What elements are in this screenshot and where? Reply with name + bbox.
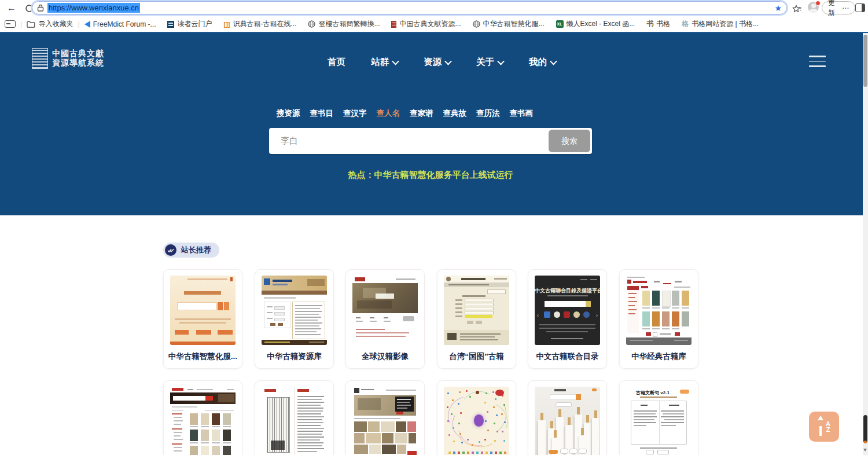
site-logo[interactable]: 中國古典文獻 資源導航系統 [32,48,104,69]
card-union-catalog[interactable]: 中文古籍聯合目錄及循證平台 ‹ › 中文古籍联合目录 [528,269,607,369]
tab-souziyuan[interactable]: 搜资源 [277,108,300,119]
chevron-down-icon [550,58,557,65]
bookmark-freemdict[interactable]: FreeMdict Forum -... [84,20,156,28]
graph-red-node [495,390,504,396]
globe-icon [473,20,480,28]
graph-center-node [474,414,484,427]
logo-line1: 中國古典文獻 [52,49,104,58]
card-title[interactable]: 台湾“国图”古籍 [440,351,513,362]
hero-section: 中國古典文獻 資源導航系統 首页 站群 资源 关于 我的 搜资源 查书目 查汉字… [0,33,863,215]
tab-chalifa[interactable]: 查历法 [476,108,500,119]
tab-chadiangu[interactable]: 查典故 [443,108,467,119]
sort-floating-button[interactable]: AZ [809,412,839,442]
card-scanned-text[interactable] [255,380,334,455]
bookmark-label: 书格 [656,19,670,29]
card-taiwan-guotu[interactable]: 台湾“国图”古籍 [437,269,516,369]
browser-update-button[interactable]: 更新 ⋯ [822,1,855,14]
bookmark-label: FreeMdict Forum -... [93,20,156,28]
tab-chashumu[interactable]: 查书目 [310,108,334,119]
card-title[interactable]: 中文古籍联合目录 [531,351,604,362]
more-options-icon[interactable]: ⋯ [842,4,849,12]
bookmark-denglou[interactable]: 登樓古籍簡繁轉換... [308,19,380,29]
wenxian-icon [391,21,396,28]
scrollbar-down-arrow[interactable] [863,449,867,452]
bookmark-star-icon[interactable]: ★ [774,4,782,12]
address-url[interactable]: https://www.wenxianxue.cn [47,3,140,13]
card-hanji[interactable]: 全球汉籍影像 [345,269,425,369]
tab-chajiapu[interactable]: 查家谱 [410,108,433,119]
update-label: 更新 [828,0,838,18]
thumbnail-hanji [352,276,418,345]
hot-announcement[interactable]: 热点：中华古籍智慧化服务平台上线试运行 [269,170,592,181]
card-ziyuanku[interactable]: 中华古籍资源库 [255,269,334,369]
nav-label: 关于 [476,56,494,68]
shuge-icon: 书 [646,19,653,29]
bookmark-shidian[interactable]: []] 识典古籍-古籍在线... [223,19,296,29]
import-favorites-label: 导入收藏夹 [38,19,73,29]
address-bar[interactable]: https://www.wenxianxue.cn ★ [32,1,787,14]
nav-label: 我的 [529,56,547,68]
separator: | [78,20,79,28]
tab-charenming-active[interactable]: 查人名 [377,108,400,119]
sort-az-icon: AZ [826,421,830,432]
chevron-down-icon [497,58,505,65]
tab-chashuhua[interactable]: 查书画 [510,108,534,119]
section-badge-label: 站长推荐 [181,245,211,255]
folder-icon [27,21,35,28]
back-icon[interactable]: ← [5,1,19,15]
search-box: 搜索 [269,128,592,154]
bookmark-label: 懒人Excel - Excel 函... [567,19,635,29]
sidebar-toggle-icon[interactable] [855,3,865,12]
chevron-down-icon [392,58,399,65]
nav-sites[interactable]: 站群 [371,56,398,68]
bookmark-lanren-excel[interactable]: XL 懒人Excel - Excel 函... [556,19,635,29]
bookmark-shuge-res[interactable]: 格 书格网站资源 | 书格... [682,19,759,29]
card-artworks[interactable] [345,380,425,455]
bookmark-shuge[interactable]: 书 书格 [646,19,670,29]
punctuation-heading: 古籍文断句 v2.1 [626,390,679,396]
sort-arrow-icon [818,420,823,434]
union-catalog-heading: 中文古籍聯合目錄及循證平台 [535,287,600,295]
lock-icon[interactable] [37,4,44,12]
card-title[interactable]: 全球汉籍影像 [348,351,422,362]
card-title[interactable]: 中华古籍资源库 [258,351,331,362]
collections-star-icon[interactable] [789,2,803,16]
bookmark-duzheyun[interactable]: 读者云门户 [167,19,212,29]
nav-about[interactable]: 关于 [476,56,503,68]
bookmark-wenxian[interactable]: 中国古典文献资源... [391,19,461,29]
bookmark-label: 书格网站资源 | 书格... [692,19,759,29]
card-title[interactable]: 中华古籍智慧化服... [166,351,240,362]
search-input[interactable] [269,128,535,154]
carousel-next-icon[interactable]: › [596,313,598,318]
nav-resources[interactable]: 资源 [424,56,451,68]
import-favorites-button[interactable]: 导入收藏夹 [27,19,73,29]
double-check-icon [165,244,176,256]
card-title[interactable]: 中华经典古籍库 [622,351,696,362]
card-zhihuihua[interactable]: 中华古籍智慧化服... [163,269,242,369]
bookmark-label: 中国古典文献资源... [399,19,461,29]
card-network-graph[interactable] [437,380,516,455]
carousel-prev-icon[interactable]: ‹ [537,313,539,318]
nav-home[interactable]: 首页 [328,56,345,68]
thumbnail-scanned-text [262,387,327,455]
card-punctuation-tool[interactable]: 古籍文断句 v2.1 [619,380,698,455]
search-button[interactable]: 搜索 [549,130,590,152]
tab-actions-icon[interactable] [5,20,16,28]
hamburger-menu-icon[interactable] [809,56,826,71]
thumbnail-taiwan-guotu [444,276,509,345]
thumbnail-jingdian-gujiku [626,276,692,345]
tab-chahanzi[interactable]: 查汉字 [343,108,367,119]
shuge-res-icon: 格 [682,19,689,29]
card-jingdian-gujiku[interactable]: 中华经典古籍库 [619,269,698,369]
sidebar-collapsed-handle[interactable] [863,415,867,443]
nav-label: 资源 [424,56,442,68]
bookmark-zhonghua-guji[interactable]: 中华古籍智慧化服... [473,19,545,29]
thumbnail-gujiguan [170,387,236,455]
page-scrollbar[interactable] [863,33,868,455]
nav-mine[interactable]: 我的 [529,56,556,68]
globe-icon [308,20,315,28]
card-bamboo-slips[interactable] [528,380,607,455]
scrollbar-thumb[interactable] [863,35,867,87]
webpage: 中國古典文獻 資源導航系統 首页 站群 资源 关于 我的 搜资源 查书目 查汉字… [0,33,863,455]
card-gujiguan[interactable] [163,380,242,455]
